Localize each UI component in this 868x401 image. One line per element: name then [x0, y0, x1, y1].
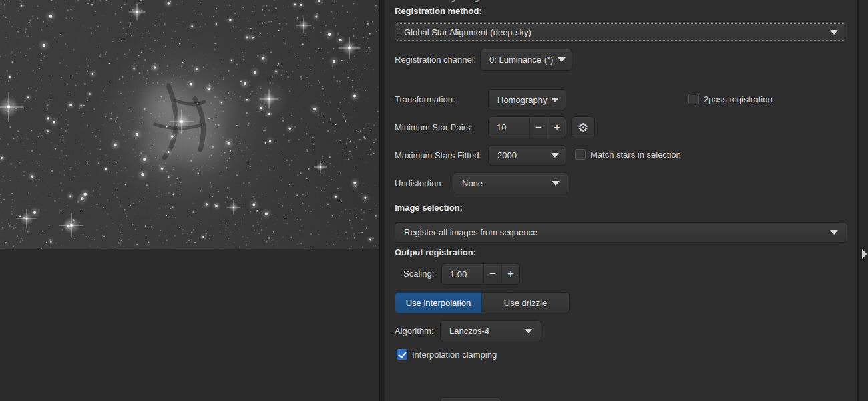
registration-channel-dropdown[interactable]: 0: Luminance (*) — [480, 49, 572, 71]
decrement-button[interactable]: − — [483, 264, 501, 284]
star-detection-settings-button[interactable]: ⚙ — [571, 116, 595, 138]
registration-method-label: Registration method: — [395, 6, 482, 16]
max-stars-fitted-label: Maximum Stars Fitted: — [395, 150, 481, 160]
chevron-down-icon — [830, 30, 838, 35]
transformation-dropdown[interactable]: Homography — [488, 89, 566, 110]
registration-channel-value: 0: Luminance (*) — [481, 55, 558, 65]
twopass-registration-checkbox[interactable]: 2pass registration — [688, 94, 773, 104]
increment-button[interactable]: + — [501, 264, 519, 284]
use-interpolation-button[interactable]: Use interpolation — [395, 292, 482, 313]
transformation-value: Homography — [489, 95, 551, 105]
undistortion-dropdown[interactable]: None — [453, 172, 568, 194]
use-drizzle-button[interactable]: Use drizzle — [482, 292, 570, 313]
match-stars-checkbox[interactable]: Match stars in selection — [575, 149, 681, 160]
panel-splitter[interactable] — [379, 0, 385, 401]
image-selection-value: Register all images from sequence — [395, 227, 830, 237]
checkbox-icon[interactable] — [575, 149, 586, 160]
max-stars-fitted-value: 2000 — [489, 150, 551, 160]
scaling-label: Scaling: — [403, 269, 434, 279]
interpolation-clamping-checkbox[interactable]: Interpolation clamping — [397, 349, 497, 360]
undistortion-label: Undistortion: — [395, 178, 443, 188]
image-preview-area[interactable] — [0, 0, 379, 401]
registration-panel: Automatic Image Registration Registratio… — [385, 0, 857, 401]
registration-method-dropdown[interactable]: Global Star Alignment (deep-sky) — [395, 21, 847, 43]
image-selection-dropdown[interactable]: Register all images from sequence — [395, 222, 847, 243]
checkbox-icon[interactable] — [688, 94, 699, 104]
scaling-spinner[interactable]: 1.00 − + — [441, 263, 520, 285]
chevron-down-icon — [830, 230, 838, 235]
min-star-pairs-label: Minimum Star Pairs: — [395, 122, 473, 132]
interpolation-clamping-label: Interpolation clamping — [412, 350, 497, 360]
application-window: Automatic Image Registration Registratio… — [0, 0, 868, 401]
undistortion-value: None — [453, 178, 552, 188]
right-pane-strip — [857, 0, 868, 401]
increment-button[interactable]: + — [548, 117, 566, 138]
go-register-button-clipped[interactable] — [440, 397, 501, 401]
match-stars-label: Match stars in selection — [590, 150, 681, 160]
expand-pane-arrow-icon[interactable] — [862, 249, 867, 259]
registration-channel-label: Registration channel: — [395, 55, 476, 65]
twopass-registration-label: 2pass registration — [704, 94, 773, 104]
registration-method-value: Global Star Alignment (deep-sky) — [395, 27, 830, 37]
scaling-value: 1.00 — [442, 269, 483, 279]
chevron-down-icon — [551, 98, 559, 102]
max-stars-fitted-dropdown[interactable]: 2000 — [488, 145, 566, 166]
image-selection-label: Image selection: — [395, 203, 463, 213]
min-star-pairs-value: 10 — [489, 122, 529, 132]
chevron-down-icon — [558, 57, 566, 62]
algorithm-value: Lanczos-4 — [441, 326, 525, 336]
algorithm-dropdown[interactable]: Lanczos-4 — [440, 320, 541, 342]
gear-icon: ⚙ — [578, 120, 588, 135]
output-registration-label: Output registration: — [395, 247, 476, 257]
interpolation-drizzle-toggle: Use interpolation Use drizzle — [395, 292, 570, 313]
section-title-clipped: Automatic Image Registration — [391, 0, 564, 3]
chevron-down-icon — [552, 181, 560, 186]
chevron-down-icon — [525, 329, 533, 333]
algorithm-label: Algorithm: — [395, 326, 434, 336]
starfield-nebula-image[interactable] — [0, 0, 379, 249]
checkbox-icon[interactable] — [397, 349, 407, 360]
decrement-button[interactable]: − — [529, 117, 548, 138]
min-star-pairs-spinner[interactable]: 10 − + — [488, 116, 566, 138]
chevron-down-icon — [551, 153, 559, 158]
transformation-label: Transformation: — [395, 94, 455, 104]
